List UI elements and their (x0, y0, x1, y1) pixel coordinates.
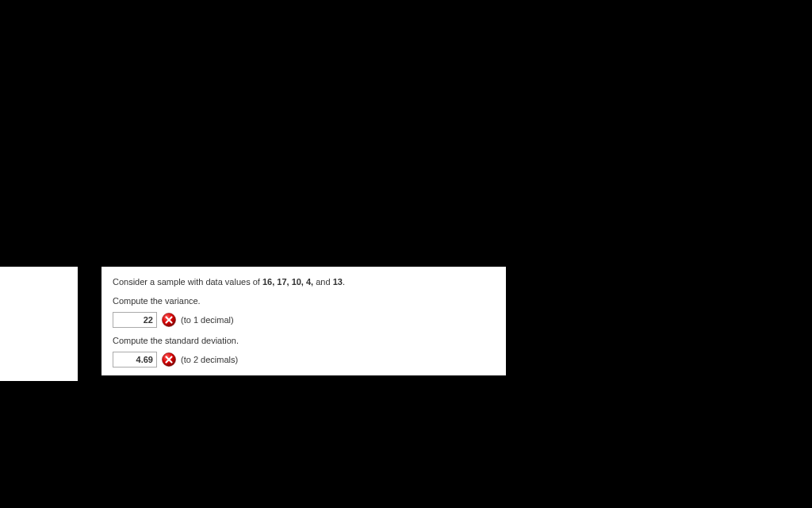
incorrect-icon (162, 313, 176, 327)
prompt-mid: and (313, 277, 332, 287)
stddev-input[interactable] (113, 352, 157, 368)
stddev-label: Compute the standard deviation. (113, 336, 495, 345)
variance-answer-row: (to 1 decimal) (113, 312, 495, 328)
prompt-suffix: . (343, 277, 345, 287)
variance-hint: (to 1 decimal) (181, 315, 234, 325)
prompt-prefix: Consider a sample with data values of (113, 277, 262, 287)
data-values-last: 13 (333, 277, 343, 287)
stddev-hint: (to 2 decimals) (181, 355, 238, 364)
data-values-bold: 16, 17, 10, 4, (262, 277, 313, 287)
question-panel: Consider a sample with data values of 16… (102, 267, 506, 375)
incorrect-icon (162, 352, 176, 367)
variance-label: Compute the variance. (113, 296, 495, 306)
variance-input[interactable] (113, 312, 157, 328)
left-margin-sliver (0, 267, 78, 381)
question-prompt: Consider a sample with data values of 16… (113, 276, 495, 288)
stddev-answer-row: (to 2 decimals) (113, 352, 495, 368)
